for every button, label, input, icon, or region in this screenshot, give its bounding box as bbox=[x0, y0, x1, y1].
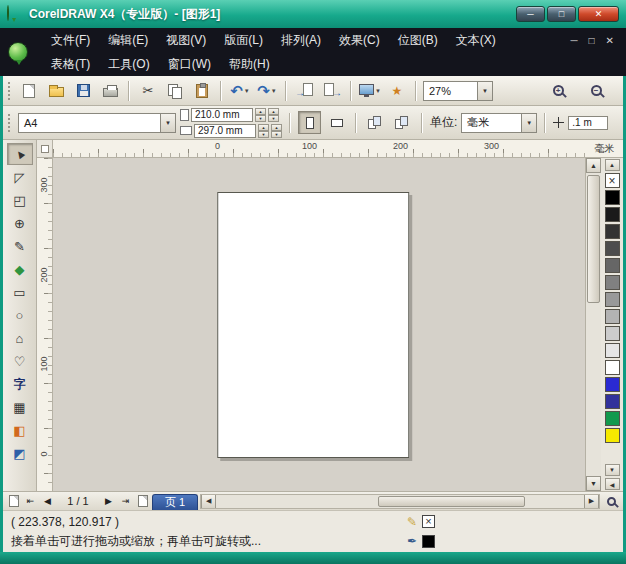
current-page-layout-button[interactable] bbox=[391, 111, 414, 134]
ruler-origin-corner[interactable] bbox=[37, 140, 53, 158]
document-close-button[interactable]: ✕ bbox=[606, 35, 614, 46]
all-pages-layout-button[interactable] bbox=[364, 111, 387, 134]
pick-tool[interactable]: ▲ bbox=[7, 143, 33, 165]
paper-width-spinner[interactable]: ▲▼ bbox=[255, 108, 266, 122]
paper-width-spinner-2[interactable]: ▲▼ bbox=[268, 108, 279, 122]
navy[interactable] bbox=[605, 394, 620, 409]
close-button[interactable]: ✕ bbox=[578, 6, 619, 22]
fill-tool[interactable]: ◩ bbox=[7, 442, 33, 464]
zoom-tool[interactable]: ⊕ bbox=[7, 212, 33, 234]
menu-item[interactable]: 版面(L) bbox=[215, 30, 272, 50]
blue[interactable] bbox=[605, 377, 620, 392]
units-combo[interactable]: 毫米 ▼ bbox=[461, 113, 537, 133]
menu-item[interactable]: 工具(O) bbox=[99, 54, 158, 74]
palette-scroll-up-button[interactable]: ▲ bbox=[605, 159, 620, 171]
paper-height-spinner[interactable]: ▲▼ bbox=[258, 124, 269, 138]
paper-size-dropdown-icon[interactable]: ▼ bbox=[160, 114, 175, 132]
paper-width-field[interactable]: 210.0 mm bbox=[191, 108, 253, 122]
basic-shapes-tool[interactable]: ♡ bbox=[7, 350, 33, 372]
document-restore-button[interactable]: □ bbox=[589, 35, 595, 46]
launcher-dropdown-icon[interactable]: ▼ bbox=[375, 88, 381, 94]
undo-button[interactable]: ↶▼ bbox=[228, 79, 252, 103]
paper-height-field[interactable]: 297.0 mm bbox=[194, 124, 256, 138]
units-dropdown-icon[interactable]: ▼ bbox=[521, 114, 536, 132]
menu-item[interactable]: 编辑(E) bbox=[99, 30, 157, 50]
menu-item[interactable]: 帮助(H) bbox=[220, 54, 279, 74]
menu-item[interactable]: 效果(C) bbox=[330, 30, 389, 50]
shape-tool[interactable]: ◸ bbox=[7, 166, 33, 188]
toolbar-grip[interactable] bbox=[8, 82, 11, 100]
scroll-up-button[interactable]: ▲ bbox=[586, 158, 601, 173]
nudge-offset-field[interactable]: .1 m bbox=[568, 116, 608, 130]
copy-button[interactable] bbox=[163, 79, 187, 103]
green[interactable] bbox=[605, 411, 620, 426]
vertical-ruler[interactable]: 3002001000 bbox=[37, 158, 53, 491]
black[interactable] bbox=[605, 190, 620, 205]
menu-item[interactable]: 视图(V) bbox=[157, 30, 215, 50]
vertical-scroll-track[interactable] bbox=[586, 173, 601, 476]
import-button[interactable]: → bbox=[293, 79, 317, 103]
document-minimize-button[interactable]: ─ bbox=[570, 35, 577, 46]
menu-item[interactable]: 排列(A) bbox=[272, 30, 330, 50]
paper-height-spinner-2[interactable]: ▲▼ bbox=[271, 124, 282, 138]
application-launcher-button[interactable]: ▼ bbox=[358, 79, 382, 103]
zoom-out-button[interactable]: − bbox=[584, 79, 608, 103]
freehand-tool[interactable]: ✎ bbox=[7, 235, 33, 257]
smart-fill-tool[interactable]: ◆ bbox=[7, 258, 33, 280]
scroll-down-button[interactable]: ▼ bbox=[586, 476, 601, 491]
paste-button[interactable] bbox=[190, 79, 214, 103]
polygon-tool[interactable]: ⌂ bbox=[7, 327, 33, 349]
maximize-button[interactable]: □ bbox=[547, 6, 576, 22]
welcome-screen-button[interactable]: ★ bbox=[385, 79, 409, 103]
gray-70[interactable] bbox=[605, 241, 620, 256]
previous-page-button[interactable]: ◀ bbox=[40, 494, 55, 509]
paper-size-combo[interactable]: A4 ▼ bbox=[18, 113, 176, 133]
text-tool[interactable]: 字 bbox=[7, 373, 33, 395]
zoom-level-combo[interactable]: 27% ▼ bbox=[423, 81, 493, 101]
horizontal-ruler[interactable]: 0100200300 bbox=[53, 140, 586, 158]
gray-80[interactable] bbox=[605, 224, 620, 239]
toolbar-grip[interactable] bbox=[8, 114, 11, 132]
scroll-right-button[interactable]: ▶ bbox=[584, 495, 599, 508]
yellow[interactable] bbox=[605, 428, 620, 443]
gray-50[interactable] bbox=[605, 275, 620, 290]
zoom-in-button[interactable]: + bbox=[546, 79, 570, 103]
landscape-orientation-button[interactable] bbox=[325, 111, 348, 134]
gray-40[interactable] bbox=[605, 292, 620, 307]
last-page-button[interactable]: ⇥ bbox=[118, 494, 133, 509]
zoom-combo-dropdown-icon[interactable]: ▼ bbox=[477, 82, 492, 100]
horizontal-scroll-track[interactable] bbox=[216, 495, 584, 508]
menu-item[interactable]: 文件(F) bbox=[42, 30, 99, 50]
open-button[interactable] bbox=[44, 79, 68, 103]
gray-10[interactable] bbox=[605, 343, 620, 358]
redo-dropdown-icon[interactable]: ▼ bbox=[271, 88, 277, 94]
zoom-page-button[interactable] bbox=[602, 494, 620, 509]
fill-color-swatch[interactable]: × bbox=[422, 515, 435, 528]
menu-item[interactable]: 文本(X) bbox=[447, 30, 505, 50]
portrait-orientation-button[interactable] bbox=[298, 111, 321, 134]
menu-item[interactable]: 表格(T) bbox=[42, 54, 99, 74]
first-page-button[interactable]: ⇤ bbox=[23, 494, 38, 509]
gray-20[interactable] bbox=[605, 326, 620, 341]
table-tool[interactable]: ▦ bbox=[7, 396, 33, 418]
scroll-left-button[interactable]: ◀ bbox=[201, 495, 216, 508]
gray-30[interactable] bbox=[605, 309, 620, 324]
new-button[interactable] bbox=[17, 79, 41, 103]
rectangle-tool[interactable]: ▭ bbox=[7, 281, 33, 303]
white[interactable] bbox=[605, 360, 620, 375]
undo-dropdown-icon[interactable]: ▼ bbox=[244, 88, 250, 94]
minimize-button[interactable]: ─ bbox=[516, 6, 545, 22]
page-tab[interactable]: 页 1 bbox=[152, 494, 198, 511]
menu-item[interactable]: 位图(B) bbox=[389, 30, 447, 50]
outline-color-swatch[interactable] bbox=[422, 535, 435, 548]
gray-60[interactable] bbox=[605, 258, 620, 273]
palette-scroll-down-button[interactable]: ▼ bbox=[605, 464, 620, 476]
vertical-scroll-thumb[interactable] bbox=[587, 175, 600, 303]
add-page-button[interactable] bbox=[135, 494, 150, 509]
gray-90[interactable] bbox=[605, 207, 620, 222]
cut-button[interactable]: ✂ bbox=[136, 79, 160, 103]
interactive-blend-tool[interactable]: ◧ bbox=[7, 419, 33, 441]
menu-item[interactable]: 窗口(W) bbox=[159, 54, 220, 74]
drawing-canvas[interactable] bbox=[53, 158, 585, 491]
palette-expand-button[interactable]: ◀ bbox=[605, 478, 620, 490]
